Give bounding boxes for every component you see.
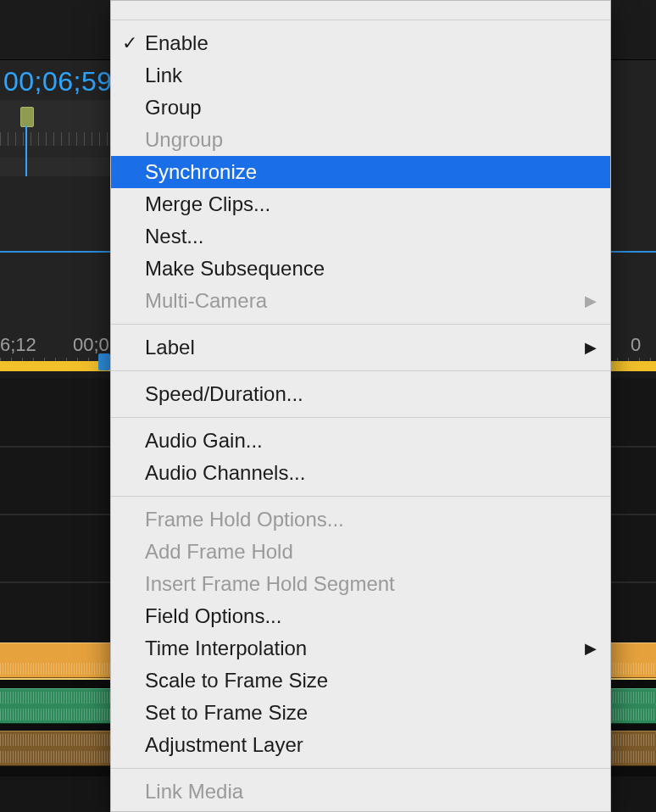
menu-item-label: Group [145, 96, 202, 119]
menu-separator [111, 496, 610, 497]
submenu-arrow-icon: ▶ [585, 331, 597, 364]
menu-item-label: Speed/Duration... [145, 382, 303, 405]
menu-item-insert-frame-hold-segment: Insert Frame Hold Segment [111, 568, 610, 600]
menu-item-scale-to-frame-size[interactable]: Scale to Frame Size [111, 665, 610, 697]
menu-separator [111, 324, 610, 325]
menu-item-merge-clips[interactable]: Merge Clips... [111, 188, 610, 220]
menu-item-label: Add Frame Hold [145, 540, 293, 563]
playhead-line[interactable] [25, 125, 27, 176]
menu-item-label-submenu[interactable]: Label ▶ [111, 331, 610, 364]
menu-item-label: Audio Gain... [145, 429, 263, 452]
in-point-marker[interactable] [98, 353, 110, 370]
menu-item-label: Nest... [145, 225, 203, 247]
menu-item-label: Link [145, 64, 182, 86]
menu-item-label: Enable [145, 31, 208, 54]
menu-separator [111, 417, 610, 418]
menu-item-nest[interactable]: Nest... [111, 220, 610, 253]
menu-item-frame-hold-options: Frame Hold Options... [111, 503, 610, 536]
menu-item-label: Multi-Camera [145, 289, 267, 312]
menu-item-label: Ungroup [145, 128, 223, 151]
menu-item-label: Set to Frame Size [145, 701, 308, 724]
menu-separator [111, 19, 610, 20]
menu-item-label: Insert Frame Hold Segment [145, 572, 395, 595]
menu-item-multi-camera: Multi-Camera ▶ [111, 285, 610, 317]
menu-item-label: Scale to Frame Size [145, 669, 328, 692]
menu-item-link[interactable]: Link [111, 59, 610, 92]
menu-item-ungroup: Ungroup [111, 124, 610, 156]
menu-item-group[interactable]: Group [111, 92, 610, 124]
menu-item-label: Frame Hold Options... [145, 508, 344, 531]
menu-item-label: Time Interpolation [145, 637, 307, 659]
check-icon: ✓ [121, 27, 138, 59]
menu-item-label: Synchronize [145, 160, 257, 183]
menu-item-add-frame-hold: Add Frame Hold [111, 536, 610, 568]
menu-item-label: Audio Channels... [145, 461, 305, 484]
menu-item-label: Adjustment Layer [145, 733, 303, 756]
menu-item-enable[interactable]: ✓ Enable [111, 27, 610, 59]
menu-item-label: Make Subsequence [145, 257, 325, 280]
ruler-time-label: 6;12 [0, 334, 36, 356]
menu-item-label: Field Options... [145, 604, 281, 627]
menu-item-field-options[interactable]: Field Options... [111, 600, 610, 632]
menu-item-set-to-frame-size[interactable]: Set to Frame Size [111, 697, 610, 729]
submenu-arrow-icon: ▶ [585, 285, 597, 317]
submenu-arrow-icon: ▶ [585, 632, 597, 665]
menu-item-label: Label [145, 336, 195, 359]
ruler-time-label: 0 [631, 334, 641, 356]
menu-item-time-interpolation[interactable]: Time Interpolation ▶ [111, 632, 610, 665]
menu-item-audio-channels[interactable]: Audio Channels... [111, 457, 610, 489]
menu-item-label: Merge Clips... [145, 192, 270, 215]
menu-item-audio-gain[interactable]: Audio Gain... [111, 425, 610, 457]
menu-item-make-subsequence[interactable]: Make Subsequence [111, 253, 610, 285]
menu-separator [111, 768, 610, 769]
clip-context-menu: ✓ Enable Link Group Ungroup Synchronize … [110, 0, 611, 812]
menu-item-adjustment-layer[interactable]: Adjustment Layer [111, 729, 610, 761]
menu-item-link-media: Link Media [111, 776, 610, 808]
timeline-ruler-ticks [0, 132, 110, 158]
menu-item-speed-duration[interactable]: Speed/Duration... [111, 378, 610, 410]
playhead-marker[interactable] [20, 107, 34, 127]
menu-item-synchronize[interactable]: Synchronize [111, 156, 610, 188]
menu-item-label: Link Media [145, 780, 243, 803]
menu-separator [111, 370, 610, 371]
